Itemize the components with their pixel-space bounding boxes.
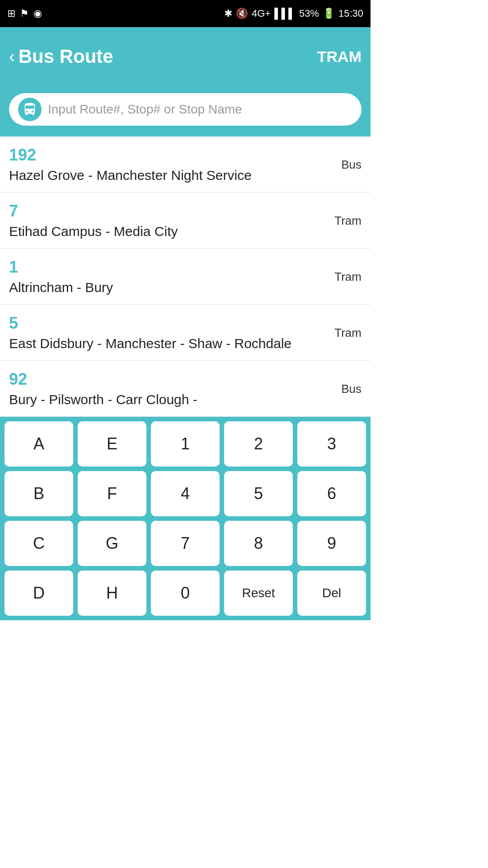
status-bar-right: ✱ 🔇 4G+ ▌▌▌ 53% 🔋 15:30	[224, 8, 363, 19]
route-number: 1	[9, 258, 327, 277]
route-number: 7	[9, 202, 327, 221]
route-list: 192 Hazel Grove - Manchester Night Servi…	[0, 137, 371, 417]
keyboard-key-a[interactable]: A	[5, 421, 73, 467]
route-item[interactable]: 192 Hazel Grove - Manchester Night Servi…	[0, 137, 371, 193]
bus-icon	[22, 102, 38, 117]
chrome-icon: ◉	[33, 8, 42, 19]
keyboard-key-d[interactable]: D	[5, 571, 73, 616]
route-item-content: 7 Etihad Campus - Media City	[9, 202, 327, 240]
bus-icon-circle	[18, 98, 42, 121]
route-type: Tram	[334, 270, 361, 284]
keyboard-key-c[interactable]: C	[5, 521, 73, 566]
network-type: 4G+	[252, 8, 271, 19]
search-input-placeholder[interactable]: Input Route#, Stop# or Stop Name	[48, 102, 242, 117]
keyboard-key-1[interactable]: 1	[151, 421, 220, 467]
signal-icon: ▌▌▌	[274, 8, 296, 19]
route-name: Altrincham - Bury	[9, 278, 327, 296]
keyboard-key-g[interactable]: G	[78, 521, 146, 566]
keyboard-key-reset[interactable]: Reset	[224, 571, 293, 616]
route-type: Bus	[341, 382, 361, 396]
keyboard-key-2[interactable]: 2	[224, 421, 293, 467]
keyboard-key-del[interactable]: Del	[297, 571, 366, 616]
route-item[interactable]: 92 Bury - Pilsworth - Carr Clough - Bus	[0, 361, 371, 417]
route-item[interactable]: 5 East Didsbury - Manchester - Shaw - Ro…	[0, 305, 371, 361]
route-item-content: 92 Bury - Pilsworth - Carr Clough -	[9, 370, 334, 408]
route-item[interactable]: 7 Etihad Campus - Media City Tram	[0, 193, 371, 249]
route-type: Bus	[341, 158, 361, 172]
route-item-content: 192 Hazel Grove - Manchester Night Servi…	[9, 146, 334, 184]
route-name: Etihad Campus - Media City	[9, 222, 327, 240]
route-number: 5	[9, 314, 327, 333]
keyboard-key-3[interactable]: 3	[297, 421, 366, 467]
keyboard-key-4[interactable]: 4	[151, 471, 220, 516]
status-bar-left: ⊞ ⚑ ◉	[7, 8, 42, 19]
keyboard-key-b[interactable]: B	[5, 471, 73, 516]
header-left: ‹ Bus Route	[9, 46, 113, 67]
route-item[interactable]: 1 Altrincham - Bury Tram	[0, 249, 371, 305]
keyboard-key-f[interactable]: F	[78, 471, 146, 516]
keyboard-key-6[interactable]: 6	[297, 471, 366, 516]
mute-icon: 🔇	[236, 8, 248, 19]
search-bar[interactable]: Input Route#, Stop# or Stop Name	[9, 93, 361, 126]
keyboard-key-e[interactable]: E	[78, 421, 146, 467]
route-item-content: 1 Altrincham - Bury	[9, 258, 327, 296]
tram-filter-label[interactable]: TRAM	[317, 48, 361, 66]
custom-keyboard: AE123BF456CG789DH0ResetDel	[0, 417, 371, 620]
clock: 15:30	[338, 8, 363, 19]
status-bar: ⊞ ⚑ ◉ ✱ 🔇 4G+ ▌▌▌ 53% 🔋 15:30	[0, 0, 371, 27]
back-button[interactable]: ‹	[9, 47, 15, 66]
bluetooth-icon: ✱	[224, 8, 232, 19]
route-type: Tram	[334, 214, 361, 228]
battery-percent: 53%	[299, 8, 319, 19]
keyboard-key-h[interactable]: H	[78, 571, 146, 616]
screenshot-icon: ⊞	[7, 8, 15, 19]
route-type: Tram	[334, 326, 361, 340]
route-name: Hazel Grove - Manchester Night Service	[9, 166, 334, 184]
battery-icon: 🔋	[323, 8, 335, 19]
route-name: East Didsbury - Manchester - Shaw - Roch…	[9, 335, 327, 352]
keyboard-key-0[interactable]: 0	[151, 571, 220, 616]
app-header: ‹ Bus Route TRAM	[0, 27, 371, 86]
keyboard-key-9[interactable]: 9	[297, 521, 366, 566]
route-name: Bury - Pilsworth - Carr Clough -	[9, 391, 334, 408]
route-number: 92	[9, 370, 334, 389]
keyboard-key-7[interactable]: 7	[151, 521, 220, 566]
flag-icon: ⚑	[20, 8, 29, 19]
route-number: 192	[9, 146, 334, 165]
route-item-content: 5 East Didsbury - Manchester - Shaw - Ro…	[9, 314, 327, 352]
keyboard-key-5[interactable]: 5	[224, 471, 293, 516]
keyboard-key-8[interactable]: 8	[224, 521, 293, 566]
page-title: Bus Route	[19, 46, 113, 67]
search-area: Input Route#, Stop# or Stop Name	[0, 86, 371, 137]
